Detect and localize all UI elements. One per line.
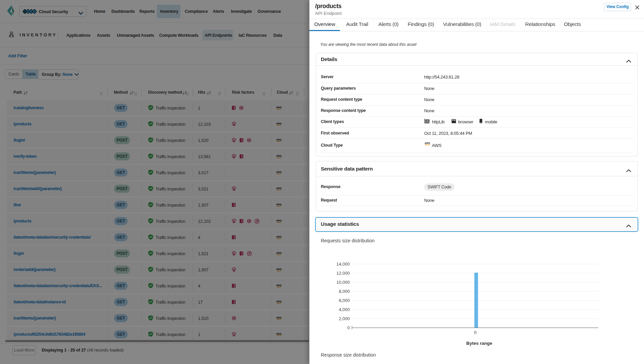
svg-text:aws: aws: [425, 141, 430, 145]
